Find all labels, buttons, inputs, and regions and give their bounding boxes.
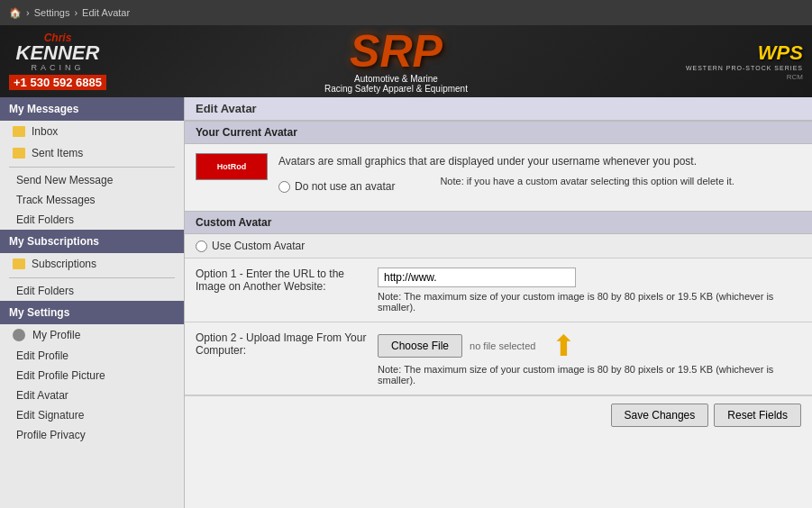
srp-line2: Racing Safety Apparel & Equipment (324, 84, 468, 94)
option2-row: Option 2 - Upload Image From Your Comput… (185, 322, 812, 395)
profile-user-icon (13, 329, 25, 341)
my-messages-title: My Messages (0, 97, 184, 121)
sidebar: My Messages Inbox Sent Items Send New Me… (0, 97, 185, 508)
msg-divider (9, 167, 175, 168)
subscriptions-section-label: My Subscriptions (9, 235, 99, 248)
breadcrumb: 🏠 › Settings › Edit Avatar (9, 7, 130, 19)
avatar-description-col: Avatars are small graphics that are disp… (278, 153, 734, 193)
sidebar-item-subscriptions[interactable]: Subscriptions (0, 253, 184, 275)
sidebar-item-sent[interactable]: Sent Items (0, 142, 184, 164)
sidebar-item-edit-folders-sub[interactable]: Edit Folders (0, 281, 184, 301)
phone-number: +1 530 592 6885 (9, 75, 106, 90)
sent-folder-icon (13, 148, 25, 159)
use-custom-row: Use Custom Avatar (185, 234, 812, 259)
content-area: Edit Avatar Your Current Avatar HotRod A… (185, 97, 812, 508)
avatar-note: Note: if you have a custom avatar select… (440, 176, 734, 186)
rcm-logo: RCM (686, 73, 803, 81)
sidebar-item-edit-avatar[interactable]: Edit Avatar (0, 386, 184, 405)
avatar-description: Avatars are small graphics that are disp… (278, 153, 734, 170)
sidebar-item-edit-profile[interactable]: Edit Profile (0, 346, 184, 366)
breadcrumb-separator2: › (74, 7, 78, 18)
url-input[interactable] (378, 268, 576, 287)
my-subscriptions-title: My Subscriptions (0, 230, 184, 253)
banner-center: SRP Automotive & Marine Racing Safety Ap… (324, 29, 468, 94)
banner-right: WPS WESTERN PRO-STOCK SERIES RCM (686, 41, 803, 81)
current-avatar-body: HotRod Avatars are small graphics that a… (185, 144, 812, 211)
sidebar-item-my-profile[interactable]: My Profile (0, 324, 184, 346)
sidebar-item-profile-privacy[interactable]: Profile Privacy (0, 425, 184, 445)
home-icon[interactable]: 🏠 (9, 7, 22, 19)
do-not-use-radio[interactable] (278, 181, 290, 193)
use-custom-label: Use Custom Avatar (212, 240, 305, 252)
inbox-folder-icon (13, 126, 25, 137)
main-layout: My Messages Inbox Sent Items Send New Me… (0, 97, 812, 508)
arrow-up-icon: ⬆ (552, 331, 576, 360)
do-not-use-row: Do not use an avatar (278, 180, 395, 193)
avatar-logo-text: HotRod (217, 162, 247, 171)
use-custom-radio[interactable] (196, 240, 207, 252)
wps-logo: WPS (686, 41, 803, 65)
top-nav-bar: 🏠 › Settings › Edit Avatar (0, 0, 812, 25)
choose-file-button[interactable]: Choose File (378, 334, 462, 358)
no-file-label: no file selected (470, 340, 535, 351)
sidebar-item-send-message[interactable]: Send New Message (0, 170, 184, 190)
sub-divider (9, 277, 175, 278)
kenner-text: Chris KENNER (16, 32, 100, 63)
breadcrumb-separator: › (26, 7, 30, 18)
breadcrumb-current: Edit Avatar (82, 7, 130, 18)
reset-fields-button[interactable]: Reset Fields (714, 404, 801, 427)
srp-line1: Automotive & Marine (324, 74, 468, 84)
racing-text: RACING (31, 63, 84, 72)
footer-buttons: Save Changes Reset Fields (185, 395, 812, 434)
my-settings-section: My Settings My Profile Edit Profile Edit… (0, 301, 184, 445)
sidebar-item-edit-signature[interactable]: Edit Signature (0, 405, 184, 425)
breadcrumb-settings[interactable]: Settings (34, 7, 70, 18)
wps-sub: WESTERN PRO-STOCK SERIES (686, 65, 803, 71)
messages-section-label: My Messages (9, 103, 78, 115)
save-changes-button[interactable]: Save Changes (611, 404, 709, 427)
option1-control: Note: The maximum size of your custom im… (378, 268, 801, 313)
my-messages-section: My Messages Inbox Sent Items Send New Me… (0, 97, 184, 230)
current-avatar-section-title: Your Current Avatar (185, 121, 812, 144)
banner-left: Chris KENNER RACING +1 530 592 6885 (9, 32, 106, 90)
sidebar-item-edit-folders-msg[interactable]: Edit Folders (0, 210, 184, 230)
custom-avatar-section-title: Custom Avatar (185, 211, 812, 234)
option2-control: Choose File no file selected ⬆ Note: The… (378, 331, 801, 386)
content-header: Edit Avatar (185, 97, 812, 121)
my-settings-title: My Settings (0, 301, 184, 324)
option1-row: Option 1 - Enter the URL to the Image on… (185, 259, 812, 322)
my-subscriptions-section: My Subscriptions Subscriptions Edit Fold… (0, 230, 184, 301)
srp-logo: SRP (324, 29, 468, 74)
settings-section-label: My Settings (9, 306, 69, 319)
subscriptions-folder-icon (13, 259, 25, 269)
option2-label: Option 2 - Upload Image From Your Comput… (196, 331, 367, 357)
banner: Chris KENNER RACING +1 530 592 6885 SRP … (0, 25, 812, 97)
current-avatar-image: HotRod (196, 153, 268, 180)
do-not-use-label: Do not use an avatar (295, 180, 395, 193)
option1-label: Option 1 - Enter the URL to the Image on… (196, 268, 367, 293)
option2-note: Note: The maximum size of your custom im… (378, 364, 801, 386)
sidebar-item-inbox[interactable]: Inbox (0, 121, 184, 142)
sidebar-item-edit-profile-picture[interactable]: Edit Profile Picture (0, 366, 184, 386)
avatar-display-row: HotRod Avatars are small graphics that a… (196, 153, 801, 193)
option1-note: Note: The maximum size of your custom im… (378, 291, 801, 313)
sidebar-item-track-messages[interactable]: Track Messages (0, 190, 184, 210)
file-row: Choose File no file selected ⬆ (378, 331, 801, 360)
